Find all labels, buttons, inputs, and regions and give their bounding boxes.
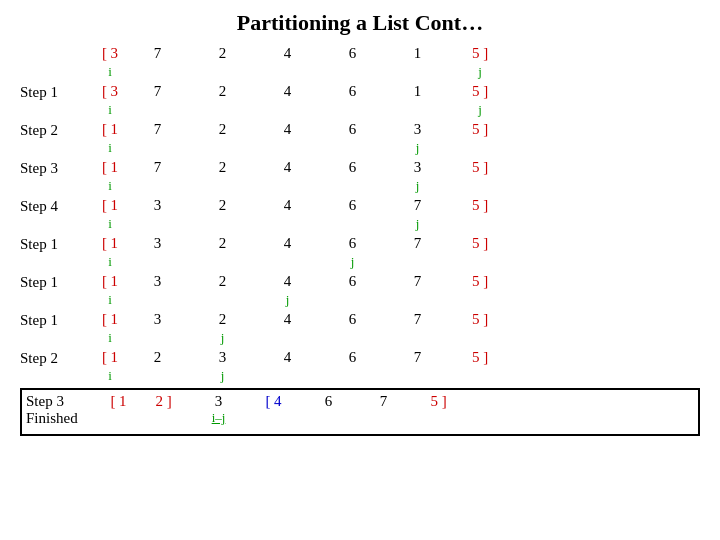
step2b-close-bracket: 5 ] <box>450 348 510 368</box>
step1d-array: [ 1 i 3 2 j 4 6 7 5 ] <box>95 310 700 345</box>
step1d-open-bracket: [ 1 i <box>95 310 125 345</box>
header-array: [ 3 i 7 2 4 6 1 5 ] j <box>95 44 700 79</box>
step1-label: Step 1 <box>20 82 95 101</box>
step2-row: Step 2 [ 1 i 7 2 4 6 3 j 5 ] <box>20 120 700 158</box>
step1d-label: Step 1 <box>20 310 95 329</box>
last-val6: 5 ] <box>411 393 466 410</box>
header-label <box>20 44 95 46</box>
step1d-close-bracket: 5 ] <box>450 310 510 330</box>
header-cell-3: 6 <box>320 44 385 64</box>
header-cell-2: 4 <box>255 44 320 64</box>
step1c-close-bracket: 5 ] <box>450 272 510 292</box>
step3-label: Step 3 <box>20 158 95 177</box>
step2-open-bracket: [ 1 i <box>95 120 125 155</box>
step1d-row: Step 1 [ 1 i 3 2 j 4 6 7 5 ] <box>20 310 700 348</box>
grid: [ 3 i 7 2 4 6 1 5 ] j Step 1 [ 3 i <box>20 44 700 436</box>
step4-row: Step 4 [ 1 i 3 2 4 6 7 j 5 ] <box>20 196 700 234</box>
step1-array: [ 3 i 7 2 4 6 1 5 ] j <box>95 82 700 117</box>
step3-array: [ 1 i 7 2 4 6 3 j 5 ] <box>95 158 700 193</box>
step1c-open-bracket: [ 1 i <box>95 272 125 307</box>
step1c-row: Step 1 [ 1 i 3 2 4 j 6 7 5 ] <box>20 272 700 310</box>
step2-array: [ 1 i 7 2 4 6 3 j 5 ] <box>95 120 700 155</box>
page-title: Partitioning a List Cont… <box>20 10 700 36</box>
step2-close-bracket: 5 ] <box>450 120 510 140</box>
step1b-row: Step 1 [ 1 i 3 2 4 6 j 7 5 ] <box>20 234 700 272</box>
last-val5: 7 <box>356 393 411 410</box>
step1b-open-bracket: [ 1 i <box>95 234 125 269</box>
step1b-close-bracket: 5 ] <box>450 234 510 254</box>
step1b-array: [ 1 i 3 2 4 6 j 7 5 ] <box>95 234 700 269</box>
step2b-row: Step 2 [ 1 i 2 3 j 4 6 7 5 ] <box>20 348 700 386</box>
step4-array: [ 1 i 3 2 4 6 7 j 5 ] <box>95 196 700 231</box>
step3-close-bracket: 5 ] <box>450 158 510 178</box>
last-val1: 2 ] <box>136 393 191 410</box>
step2b-label: Step 2 <box>20 348 95 367</box>
step3-finished-row: Step 3 Finished [ 1 2 ] 3 i–j [ 4 <box>20 388 700 436</box>
step2-label: Step 2 <box>20 120 95 139</box>
header-open-bracket: [ 3 i <box>95 44 125 79</box>
header-cell-0: 7 <box>125 44 190 64</box>
step2b-array: [ 1 i 2 3 j 4 6 7 5 ] <box>95 348 700 383</box>
step1-close-bracket: 5 ] j <box>450 82 510 117</box>
header-cell-4: 1 <box>385 44 450 64</box>
step4-label: Step 4 <box>20 196 95 215</box>
page: Partitioning a List Cont… [ 3 i 7 2 4 6 … <box>0 0 720 540</box>
step3-finished-label: Step 3 Finished <box>26 393 101 427</box>
header-row: [ 3 i 7 2 4 6 1 5 ] j <box>20 44 700 82</box>
step3-finished-array: [ 1 2 ] 3 i–j [ 4 6 7 <box>101 393 694 426</box>
last-val3: [ 4 <box>246 393 301 410</box>
step1c-array: [ 1 i 3 2 4 j 6 7 5 ] <box>95 272 700 307</box>
step3-row: Step 3 [ 1 i 7 2 4 6 3 j 5 ] <box>20 158 700 196</box>
step4-open-bracket: [ 1 i <box>95 196 125 231</box>
step4-close-bracket: 5 ] <box>450 196 510 216</box>
last-val4: 6 <box>301 393 356 410</box>
step1-row: Step 1 [ 3 i 7 2 4 6 1 5 ] j <box>20 82 700 120</box>
step1c-label: Step 1 <box>20 272 95 291</box>
step3-open-bracket: [ 1 i <box>95 158 125 193</box>
step1b-label: Step 1 <box>20 234 95 253</box>
last-open-bracket: [ 1 <box>101 393 136 410</box>
header-cell-1: 2 <box>190 44 255 64</box>
step1-open-bracket: [ 3 i <box>95 82 125 117</box>
header-close-bracket: 5 ] j <box>450 44 510 79</box>
last-val2: 3 i–j <box>191 393 246 426</box>
step2b-open-bracket: [ 1 i <box>95 348 125 383</box>
